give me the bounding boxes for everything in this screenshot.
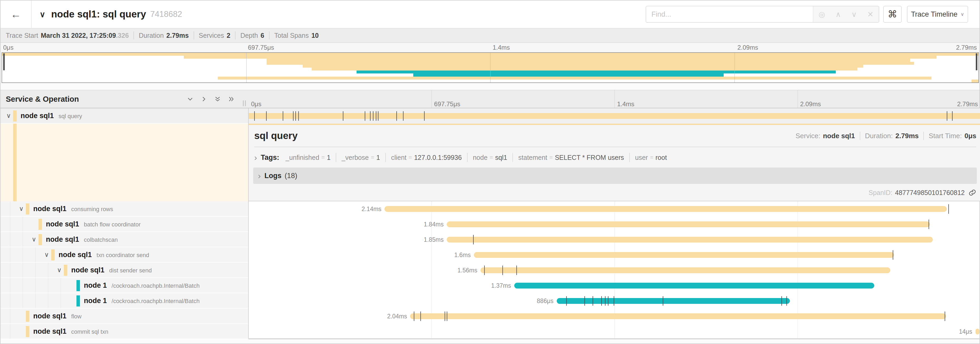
summary-value: 6 [261,32,264,39]
tags-accordion[interactable]: › Tags: _unfinished=1_verbose=1client=12… [254,151,976,164]
tree-row[interactable]: node sql1commit sql txn [0,324,248,339]
deep-link-icon[interactable] [968,189,976,197]
keyboard-shortcuts-button[interactable]: ⌘ [883,6,902,23]
tree-row[interactable]: ∨node sql1txn coordinator send [0,247,248,262]
timeline-span-row[interactable] [248,108,980,124]
back-button[interactable]: ← [0,0,32,28]
span-duration-label: 886μs [537,298,554,305]
logs-label: Logs [264,172,282,180]
prev-match-icon[interactable]: ∧ [835,10,841,19]
tag-key: user [635,154,648,162]
timeline-tick-label: 697.75μs [431,101,460,108]
span-color-bar [26,311,29,322]
timeline-span-row[interactable]: 2.14ms [248,201,980,217]
chevron-down-icon[interactable]: ∨ [19,205,24,213]
tag-item: user=root [635,154,667,162]
timeline-tick-label: 2.79ms [956,44,980,51]
timeline-span-row[interactable]: 1.37ms [248,278,980,293]
log-marker-tick [378,111,379,121]
span-bar[interactable] [385,206,947,212]
span-bar[interactable] [248,113,980,119]
trace-minimap[interactable] [2,52,979,83]
span-operation-name: dist sender send [109,267,152,274]
span-bar[interactable] [447,237,932,243]
tree-row-sql-query[interactable]: ∨ node sql1sql query [0,108,248,124]
trace-view-label: Trace Timeline [911,10,957,19]
tag-key: _unfinished [286,154,319,162]
scroll-to-match-icon[interactable]: ◎ [819,10,825,19]
span-bar[interactable] [410,314,946,319]
log-marker-tick [420,312,421,321]
log-marker-tick [254,111,255,121]
collapse-one-chevron-down-icon[interactable] [187,96,194,102]
expand-all-double-chevron-right-icon[interactable] [228,96,235,102]
timeline-span-row[interactable]: 1.6ms [248,247,980,262]
minimap-span-bar [303,65,863,68]
span-operation-name: colbatchscan [84,237,118,243]
tree-row[interactable]: ∨node sql1dist sender send [0,262,248,278]
timeline-span-row[interactable]: 1.56ms [248,262,980,278]
span-bar[interactable] [480,267,890,273]
clear-find-icon[interactable]: ✕ [867,10,873,19]
log-marker-tick [503,266,503,275]
span-bar[interactable] [975,329,980,334]
expand-one-chevron-right-icon[interactable] [200,96,207,102]
next-match-icon[interactable]: ∨ [851,10,857,19]
timeline-span-row[interactable]: 14μs [248,324,980,339]
tag-item: _unfinished=1 [286,154,331,162]
service-operation-header: Service & Operation [0,90,248,108]
tree-indent-guide [60,293,61,308]
log-marker-tick [605,296,606,306]
log-marker-tick [516,266,517,275]
tag-item: node=sql1 [473,154,507,162]
tree-row[interactable]: ∨node sql1colbatchscan [0,232,248,247]
chevron-down-icon[interactable]: ∨ [32,236,37,243]
timeline-span-row[interactable]: 2.04ms [248,309,980,324]
summary-separator [235,32,235,39]
tree-row[interactable]: node sql1batch flow coordinator [0,217,248,232]
tree-indent-guide [48,278,48,293]
span-duration-label: 2.04ms [387,313,407,320]
tree-row[interactable]: node 1/cockroach.roachpb.Internal/Batch [0,293,248,309]
tree-row[interactable]: node sql1flow [0,309,248,324]
logs-accordion[interactable]: › Logs (18) [253,168,977,184]
timeline-span-row[interactable]: 886μs [248,293,980,309]
chevron-down-icon[interactable]: ∨ [57,266,62,274]
chevron-down-icon[interactable]: ∨ [44,251,49,258]
chevron-down-icon[interactable]: ∨ [6,112,11,119]
span-duration-label: 14μs [959,328,972,335]
tag-value: sql1 [495,154,507,162]
span-color-bar [26,203,29,214]
timeline-span-row[interactable]: 1.85ms [248,232,980,247]
detail-meta: Service:node sql1Duration:2.79msStart Ti… [795,131,977,140]
log-marker-tick [781,296,782,306]
tree-indent-guide [10,247,10,262]
span-bar[interactable] [514,283,874,288]
log-marker-tick [370,111,371,121]
timeline-span-row[interactable]: 1.84ms [248,217,980,232]
tree-row[interactable]: node 1/cockroach.roachpb.Internal/Batch [0,278,248,293]
column-resize-grip[interactable] [243,101,246,106]
trace-summary-item: Duration2.79ms [139,32,189,39]
minimap-span-bar [312,68,858,70]
minimap-right-scrubber[interactable] [976,53,977,70]
minimap-span-bar [218,77,931,80]
minimap-gridline [246,53,247,82]
span-bar[interactable] [447,221,930,227]
span-color-bar [76,280,80,291]
find-input[interactable] [646,6,813,22]
minimap-left-scrubber[interactable] [3,53,5,70]
span-bar[interactable] [557,298,790,304]
back-arrow-icon: ← [11,8,21,20]
log-marker-tick [601,296,602,306]
span-duration-label: 2.14ms [361,206,381,213]
tree-row[interactable]: ∨node sql1consuming rows [0,201,248,217]
collapse-all-double-chevron-down-icon[interactable] [214,96,221,102]
tag-separator [467,153,468,162]
column-divider[interactable] [248,108,249,338]
chevron-down-icon[interactable]: ∨ [40,10,45,19]
tree-indent-guide [10,293,10,308]
span-bar[interactable] [474,252,894,258]
trace-view-selector[interactable]: Trace Timeline ∨ [907,6,968,23]
tree-indent-guide [10,262,10,277]
